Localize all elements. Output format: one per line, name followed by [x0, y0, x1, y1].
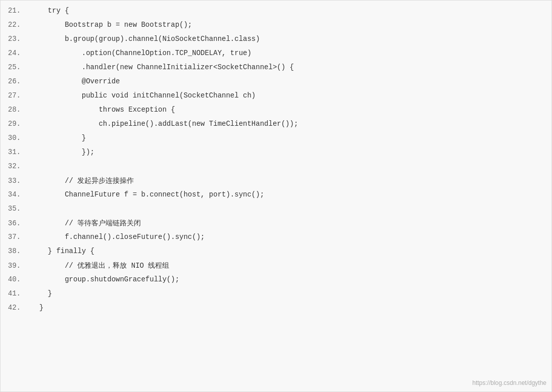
table-row: 41. } [1, 288, 551, 303]
table-row: 29. ch.pipeline().addLast(new TimeClient… [1, 119, 551, 133]
line-number: 23. [1, 35, 31, 43]
line-content: }); [31, 148, 94, 156]
line-number: 22. [1, 21, 31, 29]
line-number: 42. [1, 304, 31, 312]
table-row: 33. // 发起异步连接操作 [1, 175, 551, 189]
table-row: 21. try { [1, 6, 551, 20]
line-number: 27. [1, 91, 31, 100]
watermark: https://blog.csdn.net/dgythe [472, 379, 546, 386]
table-row: 22. Bootstrap b = new Bootstrap(); [1, 20, 551, 34]
line-number: 38. [1, 247, 31, 255]
line-content: // 等待客户端链路关闭 [31, 219, 141, 228]
line-number: 35. [1, 205, 31, 213]
table-row: 36. // 等待客户端链路关闭 [1, 218, 551, 232]
table-row: 42. } [1, 303, 551, 317]
table-row: 34. ChannelFuture f = b.connect(host, po… [1, 189, 551, 204]
line-number: 36. [1, 219, 31, 227]
table-row: 40. group.shutdownGracefully(); [1, 274, 551, 288]
line-number: 39. [1, 262, 31, 270]
line-content: // 优雅退出，释放 NIO 线程组 [31, 261, 169, 270]
table-row: 31. }); [1, 147, 551, 161]
line-number: 31. [1, 148, 31, 156]
line-content: .option(ChannelOption.TCP_NODELAY, true) [31, 49, 252, 57]
table-row: 32. [1, 161, 551, 175]
line-number: 29. [1, 120, 31, 128]
line-number: 24. [1, 49, 31, 57]
line-number: 26. [1, 77, 31, 85]
line-content: } [31, 304, 43, 312]
line-content: b.group(group).channel(NioSocketChannel.… [31, 35, 260, 43]
line-number: 21. [1, 7, 31, 15]
line-content: f.channel().closeFuture().sync(); [31, 233, 205, 241]
table-row: 23. b.group(group).channel(NioSocketChan… [1, 34, 551, 48]
table-row: 38. } finally { [1, 246, 551, 260]
line-number: 40. [1, 275, 31, 283]
line-content: .handler(new ChannelInitializer<SocketCh… [31, 63, 294, 71]
line-number: 28. [1, 106, 31, 114]
line-content: Bootstrap b = new Bootstrap(); [31, 21, 192, 29]
line-content: ChannelFuture f = b.connect(host, port).… [31, 190, 264, 199]
line-content: } finally { [31, 247, 94, 255]
table-row: 37. f.channel().closeFuture().sync(); [1, 232, 551, 246]
line-content: try { [31, 7, 69, 15]
line-number: 30. [1, 134, 31, 142]
line-number: 34. [1, 190, 31, 199]
line-number: 33. [1, 177, 31, 185]
line-content: public void initChannel(SocketChannel ch… [31, 91, 256, 100]
line-content: // 发起异步连接操作 [31, 176, 134, 185]
table-row: 24. .option(ChannelOption.TCP_NODELAY, t… [1, 48, 551, 62]
table-row: 26. @Override [1, 76, 551, 90]
table-row: 30. } [1, 133, 551, 147]
table-row: 28. throws Exception { [1, 105, 551, 119]
table-row: 39. // 优雅退出，释放 NIO 线程组 [1, 260, 551, 274]
line-content: @Override [31, 77, 120, 85]
line-number: 41. [1, 289, 31, 298]
line-content: } [31, 289, 52, 298]
line-number: 25. [1, 63, 31, 71]
line-number: 37. [1, 233, 31, 241]
line-content: throws Exception { [31, 106, 175, 114]
line-number: 32. [1, 162, 31, 170]
line-content: ch.pipeline().addLast(new TimeClientHand… [31, 120, 298, 128]
line-content: group.shutdownGracefully(); [31, 275, 179, 283]
table-row: 25. .handler(new ChannelInitializer<Sock… [1, 62, 551, 76]
table-row: 35. [1, 204, 551, 218]
line-content: } [31, 134, 86, 142]
table-row: 27. public void initChannel(SocketChanne… [1, 90, 551, 105]
code-block: 21. try {22. Bootstrap b = new Bootstrap… [0, 0, 552, 392]
